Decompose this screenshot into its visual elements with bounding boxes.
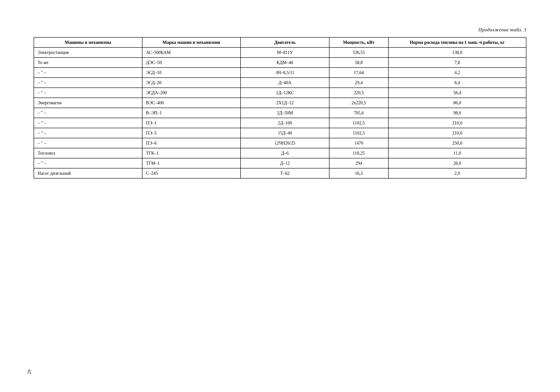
table-header-row: Машины и механизмы Марка машин и механиз… <box>34 37 526 48</box>
table-row: – ″ –ПЭ–515Д–401102,5210,0 <box>34 128 526 138</box>
table-row: ЭнерговагонВЭС–4002Х1Д–122x220,586,0 <box>34 98 526 108</box>
table-cell-8-3: 1102,5 <box>329 128 389 138</box>
table-cell-9-4: 250,0 <box>389 138 526 148</box>
table-cell-6-4: 98,0 <box>389 108 526 118</box>
table-cell-4-1: ЭСДА–200 <box>142 88 241 98</box>
table-cell-6-1: В–ЭП–1 <box>142 108 241 118</box>
table-cell-11-0: – ″ – <box>34 158 142 168</box>
table-cell-10-4: 11,0 <box>389 148 526 158</box>
table-cell-8-4: 210,0 <box>389 128 526 138</box>
table-cell-0-3: 536,55 <box>329 48 389 57</box>
table-cell-5-1: ВЭС–400 <box>142 98 241 108</box>
page-container: Продолжение табл. 3 Машины и механизмы М… <box>34 18 526 179</box>
table-cell-11-2: Д–12 <box>240 158 329 168</box>
table-cell-10-0: Тепловоз <box>34 148 142 158</box>
table-cell-12-4: 2,0 <box>389 168 526 178</box>
table-row: – ″ –ЭСД–20Д–40А29,48,4 <box>34 78 526 88</box>
table-cell-11-1: ТГМ–1 <box>142 158 241 168</box>
table-cell-4-0: – ″ – <box>34 88 142 98</box>
table-cell-4-2: 1Д–12КС <box>240 88 329 98</box>
table-cell-8-1: ПЭ–5 <box>142 128 241 138</box>
table-cell-7-0: – ″ – <box>34 118 142 128</box>
table-cell-5-4: 86,0 <box>389 98 526 108</box>
table-cell-12-0: Насос дизельный <box>34 168 142 178</box>
table-cell-10-2: Д–6 <box>240 148 329 158</box>
table-row: То жеДЭС–50КДМ–4658,87,8 <box>34 57 526 67</box>
table-row: – ″ –ПЭ–12Д–1001102,5210,0 <box>34 118 526 128</box>
table-cell-7-1: ПЭ–1 <box>142 118 241 128</box>
header-col3: Двигатель <box>240 37 329 48</box>
table-cell-3-1: ЭСД–20 <box>142 78 241 88</box>
table-cell-11-3: 294 <box>329 158 389 168</box>
page-number: 29 <box>27 370 32 374</box>
table-cell-6-0: – ″ – <box>34 108 142 118</box>
table-cell-8-2: 15Д–40 <box>240 128 329 138</box>
table-cell-1-4: 7,8 <box>389 57 526 67</box>
table-cell-9-1: ПЭ–6 <box>142 138 241 148</box>
table-cell-5-2: 2Х1Д–12 <box>240 98 329 108</box>
table-cell-1-2: КДМ–46 <box>240 57 329 67</box>
table-cell-1-0: То же <box>34 57 142 67</box>
table-cell-1-3: 58,8 <box>329 57 389 67</box>
header-col4: Мощность, кВт <box>329 37 389 48</box>
table-cell-12-1: С–245 <box>142 168 241 178</box>
table-cell-3-0: – ″ – <box>34 78 142 88</box>
header-col5: Норма расхода топлива на 1 маш.-ч работы… <box>389 37 526 48</box>
table-cell-11-4: 26,0 <box>389 158 526 168</box>
table-row: – ″ –ПЭ–612ЧН26/251470250,0 <box>34 138 526 148</box>
table-cell-1-1: ДЭС–50 <box>142 57 241 67</box>
table-cell-3-2: Д–40А <box>240 78 329 88</box>
table-cell-12-2: Т–62 <box>240 168 329 178</box>
table-cell-7-3: 1102,5 <box>329 118 389 128</box>
table-cell-7-2: 2Д–100 <box>240 118 329 128</box>
table-cell-5-3: 2x220,5 <box>329 98 389 108</box>
table-row: ЭлектростанцияАС–500БАММ–811У536,55138,0 <box>34 48 526 57</box>
table-row: ТепловозТГК–1Д–6110,2511,0 <box>34 148 526 158</box>
table-cell-2-2: АЧ–8,5/11 <box>240 67 329 78</box>
table-cell-7-4: 210,0 <box>389 118 526 128</box>
table-row: – ″ –В–ЭП–12Д–50М705,698,0 <box>34 108 526 118</box>
table-cell-3-4: 8,4 <box>389 78 526 88</box>
table-cell-2-4: 4,2 <box>389 67 526 78</box>
table-cell-10-1: ТГК–1 <box>142 148 241 158</box>
main-table: Машины и механизмы Марка машин и механиз… <box>34 37 526 179</box>
table-cell-3-3: 29,4 <box>329 78 389 88</box>
table-cell-5-0: Энерговагон <box>34 98 142 108</box>
table-cell-6-3: 705,6 <box>329 108 389 118</box>
table-cell-0-0: Электростанция <box>34 48 142 57</box>
table-cell-8-0: – ″ – <box>34 128 142 138</box>
table-row: Насос дизельныйС–245Т–6216,32,0 <box>34 168 526 178</box>
table-row: – ″ –ЭСДА–2001Д–12КС220,556,4 <box>34 88 526 98</box>
header-col1: Машины и механизмы <box>34 37 142 48</box>
table-cell-9-2: 12ЧН26/25 <box>240 138 329 148</box>
table-cell-2-3: 17,64 <box>329 67 389 78</box>
table-cell-0-4: 138,0 <box>389 48 526 57</box>
table-cell-9-3: 1470 <box>329 138 389 148</box>
table-cell-0-2: М–811У <box>240 48 329 57</box>
table-cell-2-0: – ″ – <box>34 67 142 78</box>
header-col2: Марка машин и механизмов <box>142 37 241 48</box>
table-cell-9-0: – ″ – <box>34 138 142 148</box>
table-cell-0-1: АС–500БАМ <box>142 48 241 57</box>
table-cell-6-2: 2Д–50М <box>240 108 329 118</box>
table-cell-2-1: ЭСД–10 <box>142 67 241 78</box>
table-row: – ″ –ЭСД–10АЧ–8,5/1117,644,2 <box>34 67 526 78</box>
table-cell-10-3: 110,25 <box>329 148 389 158</box>
table-row: – ″ –ТГМ–1Д–1229426,0 <box>34 158 526 168</box>
table-title: Продолжение табл. 3 <box>34 27 526 33</box>
table-cell-4-4: 56,4 <box>389 88 526 98</box>
table-cell-4-3: 220,5 <box>329 88 389 98</box>
table-cell-12-3: 16,3 <box>329 168 389 178</box>
